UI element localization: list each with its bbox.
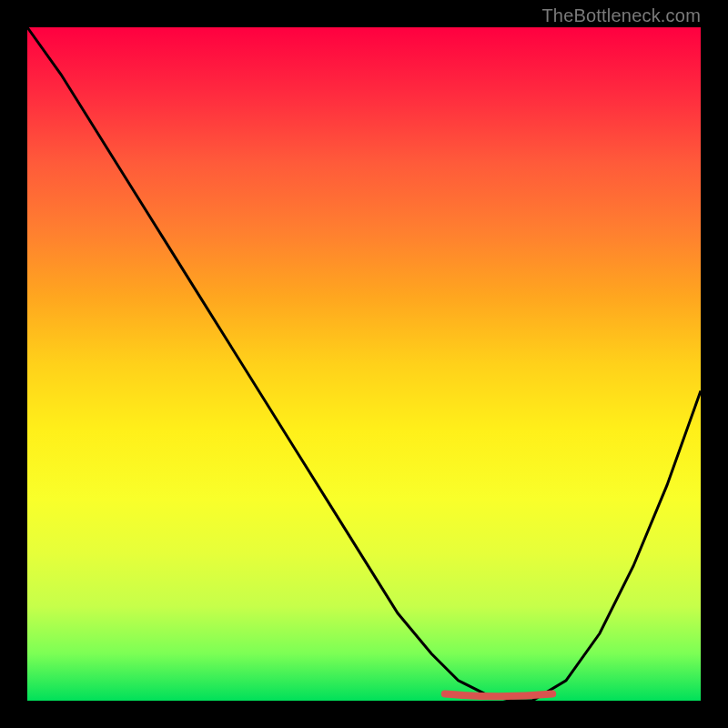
optimal-range-marker — [445, 694, 552, 697]
chart-container: TheBottleneck.com — [0, 0, 728, 728]
chart-svg — [27, 27, 701, 701]
bottleneck-curve — [27, 27, 701, 701]
watermark-text: TheBottleneck.com — [541, 5, 701, 26]
plot-area — [27, 27, 701, 701]
